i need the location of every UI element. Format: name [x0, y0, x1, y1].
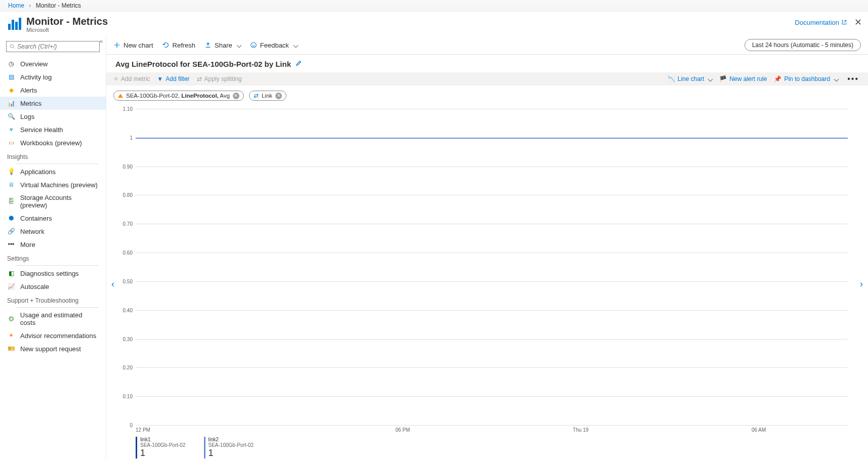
- pin-dashboard-button[interactable]: 📌Pin to dashboard: [774, 75, 838, 82]
- sidebar-group-insights: Insights: [0, 149, 106, 162]
- add-metric-button[interactable]: ✧Add metric: [113, 75, 150, 82]
- sidebar-item-containers[interactable]: ⬢Containers: [0, 212, 106, 225]
- activity-log-icon: ▤: [7, 73, 15, 81]
- svg-point-0: [10, 45, 13, 48]
- alert-icon: 🏴: [719, 75, 727, 82]
- sidebar-item-workbooks[interactable]: ▭Workbooks (preview): [0, 136, 106, 149]
- sidebar-group-support: Support + Troubleshooting: [0, 293, 106, 306]
- applications-icon: 💡: [7, 168, 15, 176]
- alerts-icon: ◆: [7, 86, 15, 94]
- share-icon: [204, 41, 212, 49]
- close-icon[interactable]: ✕: [854, 17, 862, 28]
- sidebar-item-storage[interactable]: 🗄Storage Accounts (preview): [0, 191, 106, 212]
- add-metric-icon: ✧: [113, 75, 118, 82]
- sidebar: « ◷Overview ▤Activity log ◆Alerts 📊Metri…: [0, 36, 106, 459]
- service-health-icon: ♥: [7, 126, 15, 134]
- toolbar: New chart Refresh Share Feedback Last 24…: [106, 36, 868, 55]
- legend-item-link1[interactable]: link1 SEA-100Gb-Port-02 1: [136, 437, 186, 458]
- chart-area: ‹ › 1.1010.900.800.700.600.500.400.300.2…: [106, 104, 868, 459]
- sidebar-item-usage[interactable]: ⏣Usage and estimated costs: [0, 309, 106, 329]
- sidebar-item-overview[interactable]: ◷Overview: [0, 57, 106, 70]
- filter-icon: ▼: [157, 75, 163, 82]
- search-icon: [10, 44, 15, 50]
- add-filter-button[interactable]: ▼Add filter: [157, 75, 189, 82]
- main-content: New chart Refresh Share Feedback Last 24…: [106, 36, 868, 459]
- legend-item-link2[interactable]: link2 SEA-100Gb-Port-02 1: [204, 437, 254, 458]
- collapse-sidebar-icon[interactable]: «: [100, 38, 103, 44]
- remove-split-icon[interactable]: ✕: [275, 93, 282, 99]
- sidebar-item-diagnostics[interactable]: ◧Diagnostics settings: [0, 267, 106, 280]
- sidebar-group-settings: Settings: [0, 251, 106, 264]
- pin-icon: 📌: [774, 75, 781, 82]
- external-link-icon: [841, 19, 847, 25]
- documentation-link[interactable]: Documentation: [795, 19, 847, 26]
- sidebar-item-applications[interactable]: 💡Applications: [0, 165, 106, 178]
- logs-icon: 🔍: [7, 112, 15, 120]
- remove-metric-icon[interactable]: ✕: [233, 93, 239, 99]
- sidebar-item-service-health[interactable]: ♥Service Health: [0, 123, 106, 136]
- chart-legend: link1 SEA-100Gb-Port-02 1 link2 SEA-100G…: [136, 433, 848, 458]
- breadcrumb-current: Monitor - Metrics: [36, 2, 81, 9]
- autoscale-icon: 📈: [7, 282, 15, 290]
- metrics-icon: 📊: [7, 99, 15, 107]
- x-axis: 12 PM06 PMThu 1906 AM: [136, 425, 848, 433]
- page-title: Monitor - Metrics: [26, 16, 108, 27]
- sidebar-item-activity-log[interactable]: ▤Activity log: [0, 70, 106, 84]
- split-pill-icon: ⇄: [254, 92, 259, 99]
- new-alert-button[interactable]: 🏴New alert rule: [719, 75, 767, 82]
- share-button[interactable]: Share: [204, 41, 241, 49]
- vm-icon: 🖥: [7, 181, 15, 189]
- chart-title: Avg LineProtocol for SEA-100Gb-Port-02 b…: [115, 60, 291, 68]
- page-header: Monitor - Metrics Microsoft Documentatio…: [0, 12, 868, 36]
- workbooks-icon: ▭: [7, 139, 15, 147]
- refresh-icon: [162, 41, 170, 49]
- chart-prev-button[interactable]: ‹: [108, 275, 117, 292]
- sidebar-item-network[interactable]: 🔗Network: [0, 225, 106, 238]
- sidebar-item-metrics[interactable]: 📊Metrics: [0, 97, 106, 110]
- metric-resource-icon: [118, 94, 123, 98]
- svg-line-1: [13, 47, 15, 49]
- line-chart-icon: 📉: [668, 75, 675, 82]
- breadcrumb-home[interactable]: Home: [8, 2, 24, 9]
- timerange-picker[interactable]: Last 24 hours (Automatic - 5 minutes): [745, 39, 861, 51]
- metric-pill[interactable]: SEA-100Gb-Port-02, LineProtocol, Avg ✕: [113, 91, 244, 101]
- chart-next-button[interactable]: ›: [857, 275, 866, 292]
- sidebar-item-alerts[interactable]: ◆Alerts: [0, 84, 106, 97]
- advisor-icon: ✦: [7, 331, 15, 340]
- overview-icon: ◷: [7, 60, 15, 68]
- more-actions-button[interactable]: •••: [845, 74, 861, 84]
- diagnostics-icon: ◧: [7, 269, 15, 277]
- plus-icon: [113, 41, 120, 49]
- sidebar-item-advisor[interactable]: ✦Advisor recommendations: [0, 329, 106, 342]
- new-chart-button[interactable]: New chart: [113, 41, 153, 49]
- split-icon: ⇄: [197, 75, 202, 82]
- split-pill[interactable]: ⇄ Link ✕: [249, 91, 286, 101]
- metric-pills: SEA-100Gb-Port-02, LineProtocol, Avg ✕ ⇄…: [106, 86, 868, 104]
- refresh-button[interactable]: Refresh: [162, 41, 196, 49]
- edit-title-icon[interactable]: [295, 60, 302, 68]
- more-icon: •••: [7, 240, 15, 248]
- page-subtitle: Microsoft: [26, 27, 108, 33]
- line-chart-plot[interactable]: 1.1010.900.800.700.600.500.400.300.200.1…: [136, 109, 848, 425]
- storage-icon: 🗄: [7, 197, 15, 205]
- apply-splitting-button[interactable]: ⇄Apply splitting: [197, 75, 242, 82]
- sidebar-item-vms[interactable]: 🖥Virtual Machines (preview): [0, 178, 106, 191]
- feedback-icon: [250, 41, 257, 49]
- chart-type-dropdown[interactable]: 📉Line chart: [668, 75, 713, 82]
- breadcrumb: Home › Monitor - Metrics: [0, 0, 868, 12]
- containers-icon: ⬢: [7, 214, 15, 222]
- sidebar-item-logs[interactable]: 🔍Logs: [0, 110, 106, 123]
- sidebar-item-more[interactable]: •••More: [0, 238, 106, 251]
- search-input-wrap[interactable]: [6, 41, 100, 52]
- network-icon: 🔗: [7, 227, 15, 235]
- search-input[interactable]: [17, 43, 96, 50]
- monitor-icon: [8, 16, 22, 30]
- usage-icon: ⏣: [7, 315, 15, 323]
- svg-point-2: [251, 43, 257, 48]
- support-icon: 🎫: [7, 345, 15, 353]
- sidebar-item-support-request[interactable]: 🎫New support request: [0, 342, 106, 355]
- metric-bar: ✧Add metric ▼Add filter ⇄Apply splitting…: [106, 72, 868, 86]
- feedback-button[interactable]: Feedback: [250, 41, 298, 49]
- sidebar-item-autoscale[interactable]: 📈Autoscale: [0, 280, 106, 293]
